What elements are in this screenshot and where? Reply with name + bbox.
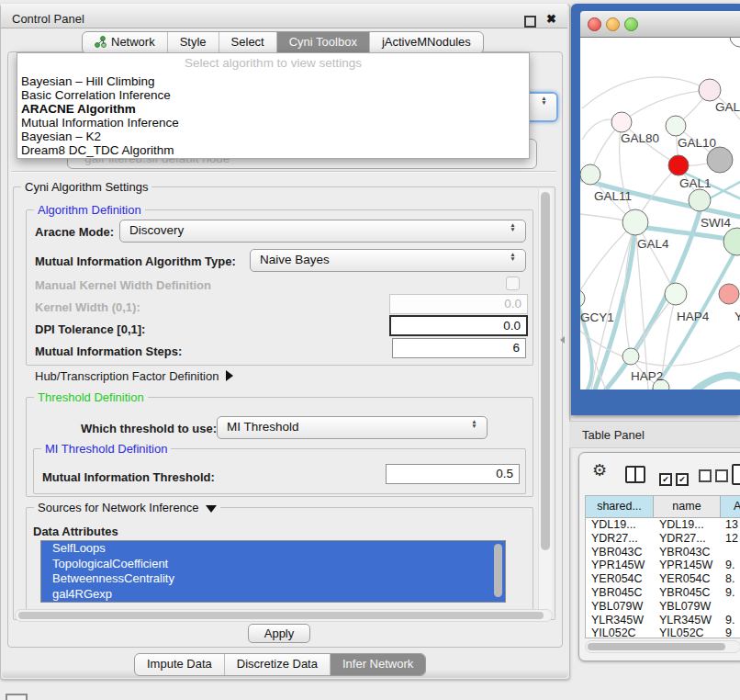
mi-threshold-field[interactable]: 0.5: [386, 464, 520, 484]
kernel-width-field[interactable]: 0.0: [389, 294, 528, 314]
dropdown-item[interactable]: Basic Correlation Inference: [21, 88, 171, 102]
tab-discretize-data[interactable]: Discretize Data: [224, 654, 330, 675]
combo-arrows-icon: ▲▼: [509, 252, 517, 261]
minimize-window-icon[interactable]: [606, 17, 620, 31]
table-row[interactable]: YPR145WYPR145W9.: [586, 559, 740, 572]
manual-kernel-width-label: Manual Kernel Width Definition: [35, 278, 211, 292]
table-body: YDL19...YDL19...13 YDR27...YDR27...12 YB…: [586, 518, 740, 638]
data-attributes-list[interactable]: SelfLoops TopologicalCoefficient Between…: [40, 540, 506, 603]
table-row[interactable]: YBR045CYBR045C9.: [586, 586, 740, 600]
mi-steps-field[interactable]: 6: [392, 338, 526, 358]
tab-select[interactable]: Select: [219, 32, 276, 53]
tab-jactivemnodules[interactable]: jActiveMNodules: [369, 32, 483, 53]
column-header-partial[interactable]: A: [721, 496, 740, 518]
dropdown-item[interactable]: Mutual Information Inference: [21, 116, 179, 130]
dropdown-item-aracne[interactable]: ARACNE Algorithm: [21, 102, 136, 116]
mi-threshold-label: Mutual Information Threshold:: [42, 470, 215, 484]
kernel-width-label: Kernel Width (0,1):: [35, 300, 140, 314]
dpi-tolerance-label: DPI Tolerance [0,1]:: [35, 322, 145, 336]
dropdown-item[interactable]: Bayesian – Hill Climbing: [21, 74, 155, 88]
float-window-icon[interactable]: [524, 16, 536, 28]
tab-network-label: Network: [111, 35, 155, 49]
dropdown-item[interactable]: Dream8 DC_TDC Algorithm: [21, 143, 174, 157]
settings-vertical-scrollbar[interactable]: [538, 189, 552, 614]
dpi-tolerance-field[interactable]: 0.0: [389, 315, 528, 336]
aracne-mode-combobox[interactable]: Discovery ▲▼: [119, 220, 526, 243]
network-node-gray[interactable]: [707, 147, 733, 173]
node-table[interactable]: shared... name A YDL19...YDL19...13 YDR2…: [585, 495, 740, 638]
network-node-gal80[interactable]: [611, 112, 632, 132]
sources-group-title[interactable]: Sources for Network Inference: [34, 501, 220, 514]
manual-kernel-width-checkbox[interactable]: [506, 277, 520, 290]
apply-button[interactable]: Apply: [248, 624, 310, 643]
settings-horizontal-scrollbar[interactable]: [15, 609, 553, 622]
node-label: GAL80: [621, 131, 659, 145]
tab-network[interactable]: Network: [83, 32, 167, 53]
network-window-titlebar[interactable]: [580, 11, 740, 38]
table-row[interactable]: YER054CYER054C8.: [586, 572, 740, 586]
network-node-hap4[interactable]: [665, 283, 687, 305]
list-item[interactable]: gal4RGexp: [41, 587, 505, 603]
splitter-collapse-icon[interactable]: [556, 336, 565, 344]
table-horizontal-scrollbar[interactable]: [585, 640, 740, 653]
tab-cyni-toolbox[interactable]: Cyni Toolbox: [276, 32, 369, 53]
tab-infer-network[interactable]: Infer Network: [330, 654, 425, 675]
deselect-all-columns-icon[interactable]: [699, 469, 732, 486]
dropdown-item[interactable]: Bayesian – K2: [21, 130, 101, 143]
column-header-shared-name[interactable]: shared...: [586, 496, 654, 518]
settings-vertical-scrollbar-thumb[interactable]: [541, 192, 550, 550]
network-node[interactable]: [699, 79, 721, 101]
tab-style[interactable]: Style: [167, 32, 219, 53]
table-row[interactable]: YLR345WYLR345W9.: [586, 614, 740, 627]
checked-box-icon: ✔: [676, 473, 689, 486]
network-node-hap2[interactable]: [622, 348, 639, 365]
network-node-gal1-red[interactable]: [668, 155, 689, 175]
hub-expander[interactable]: Hub/Transcription Factor Definition: [35, 369, 233, 383]
table-row[interactable]: YBR043CYBR043C: [586, 546, 740, 559]
table-row[interactable]: YDR27...YDR27...12: [586, 532, 740, 546]
tab-impute-data[interactable]: Impute Data: [135, 654, 224, 675]
network-node[interactable]: [730, 38, 740, 47]
network-node-swi4[interactable]: [689, 189, 711, 211]
list-vertical-scrollbar[interactable]: [493, 541, 504, 602]
table-row[interactable]: YIL052CYIL052C9: [586, 627, 740, 638]
network-node-gal4[interactable]: [622, 209, 648, 235]
node-label: SWI4: [701, 216, 731, 230]
network-icon: [95, 34, 107, 54]
node-label: Y: [734, 310, 740, 323]
select-all-columns-icon[interactable]: ✔✔: [659, 469, 692, 486]
screen: { "window": { "title": "Control Panel" }…: [0, 0, 740, 700]
checked-box-icon: ✔: [659, 473, 672, 486]
table-row[interactable]: YDL19...YDL19...13: [586, 518, 740, 532]
network-node-salmon[interactable]: [719, 284, 739, 304]
network-canvas[interactable]: GAL80 GAL10 GAL1 GAL11 SWI4 GAL4 GCY1 HA…: [580, 38, 740, 390]
settings-horizontal-scrollbar-thumb[interactable]: [18, 612, 544, 619]
network-node-gal11[interactable]: [580, 164, 600, 185]
network-node[interactable]: [723, 228, 740, 255]
list-vertical-scrollbar-thumb[interactable]: [494, 544, 502, 597]
close-window-icon[interactable]: [588, 17, 601, 31]
mi-threshold-group-title: MI Threshold Definition: [41, 442, 171, 456]
network-node-gcy1[interactable]: [580, 289, 585, 308]
zoom-window-icon[interactable]: [624, 17, 638, 31]
page-icon[interactable]: [732, 464, 740, 485]
data-attributes-label: Data Attributes: [33, 525, 118, 538]
node-label: GAL4: [637, 237, 669, 251]
split-columns-icon[interactable]: [625, 466, 645, 483]
column-header-name[interactable]: name: [654, 496, 721, 518]
cell: YIL052C: [659, 627, 718, 638]
minimized-panel-icon[interactable]: [6, 694, 28, 700]
mi-algorithm-type-combobox[interactable]: Naive Bayes ▲▼: [250, 249, 526, 272]
mi-steps-label: Mutual Information Steps:: [35, 344, 182, 358]
list-item[interactable]: SelfLoops: [41, 541, 505, 557]
control-panel-titlebar[interactable]: Control Panel ✖: [1, 4, 567, 28]
close-icon[interactable]: ✖: [546, 12, 556, 26]
list-item[interactable]: TopologicalCoefficient: [41, 557, 505, 572]
table-panel-header[interactable]: Table Panel: [569, 421, 740, 448]
table-row[interactable]: YBL079WYBL079W: [586, 600, 740, 614]
table-horizontal-scrollbar-thumb[interactable]: [588, 643, 725, 650]
list-item[interactable]: BetweennessCentrality: [41, 571, 505, 587]
network-node-gal10[interactable]: [666, 116, 686, 136]
gear-icon[interactable]: ⚙: [592, 460, 607, 480]
which-threshold-combobox[interactable]: MI Threshold ▲▼: [217, 416, 488, 439]
